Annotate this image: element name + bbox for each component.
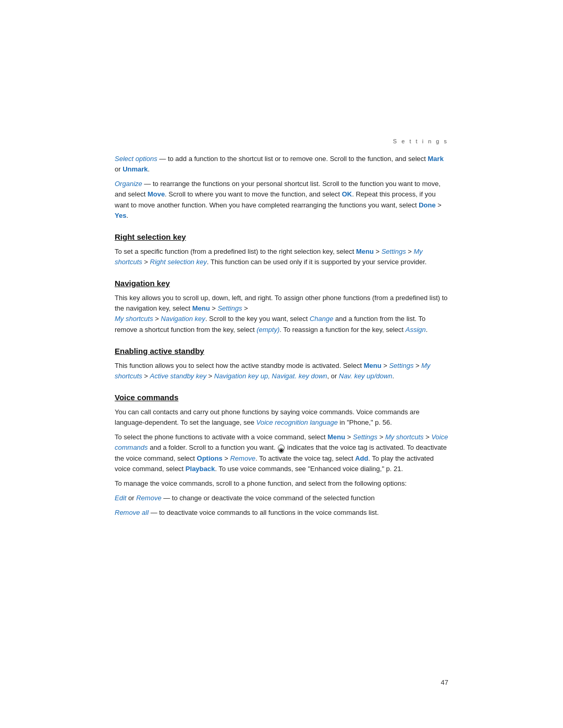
rsk-t2: > xyxy=(406,248,414,255)
eas-t6: . xyxy=(392,372,394,380)
voice-commands-option-1: Edit or Remove — to change or deactivate… xyxy=(115,493,448,503)
rsk-t4: . This function can be used only if it i… xyxy=(207,258,427,266)
vc-t3: > xyxy=(377,433,385,441)
intro-paragraph-1: Select options — to add a function to th… xyxy=(115,154,448,175)
right-selection-key-heading: Right selection key xyxy=(115,232,448,241)
navigation-key-heading: Navigation key xyxy=(115,279,448,288)
select-options-link[interactable]: Select options xyxy=(115,155,157,163)
intro-p1-text1: — to add a function to the shortcut list… xyxy=(157,155,428,163)
vc-opt2-text: — to deactivate voice commands to all fu… xyxy=(149,509,378,516)
vc-opt1-or: or xyxy=(126,494,136,502)
settings-label: S e t t i n g s xyxy=(393,138,448,144)
vc-remove-all-link[interactable]: Remove all xyxy=(115,509,149,516)
vc-edit-link[interactable]: Edit xyxy=(115,494,126,502)
vc-t1: in "Phone," p. 56. xyxy=(338,418,392,426)
mark-link[interactable]: Mark xyxy=(428,155,444,163)
vc-opt1-text: — to change or deactivate the voice comm… xyxy=(162,494,375,502)
vc-remove-link[interactable]: Remove xyxy=(230,454,255,462)
move-link[interactable]: Move xyxy=(148,190,165,198)
eas-text-start: This function allows you to select how t… xyxy=(115,362,364,369)
voice-commands-option-2: Remove all — to deactivate voice command… xyxy=(115,508,448,518)
nk-change-link[interactable]: Change xyxy=(310,315,334,323)
nk-assign-link[interactable]: Assign xyxy=(406,326,426,334)
intro-p2-text2: . Scroll to where you want to move the f… xyxy=(165,190,342,198)
vc-voice-recognition-link[interactable]: Voice recognition language xyxy=(256,418,338,426)
nk-menu-link[interactable]: Menu xyxy=(192,304,210,312)
content-area: S e t t i n g s Select options — to add … xyxy=(0,0,563,564)
nk-my-shortcuts-link[interactable]: My shortcuts xyxy=(115,315,153,323)
eas-nav-key-link[interactable]: Navigation key up, Navigat. key down xyxy=(214,372,327,380)
vc-playback-link[interactable]: Playback xyxy=(186,465,215,473)
nk-t7: . xyxy=(426,326,428,334)
vc-t4: > xyxy=(424,433,432,441)
rsk-right-selection-key-link[interactable]: Right selection key xyxy=(150,258,207,266)
intro-p1-text-or: or xyxy=(115,165,123,173)
eas-t2: > xyxy=(413,362,421,369)
page: S e t t i n g s Select options — to add … xyxy=(0,0,563,728)
eas-active-standby-link[interactable]: Active standby key xyxy=(150,372,206,380)
rsk-menu-link[interactable]: Menu xyxy=(356,248,374,255)
vc-t10: . To use voice commands, see "Enhanced v… xyxy=(215,465,403,473)
unmark-link[interactable]: Unmark xyxy=(123,165,148,173)
organize-link[interactable]: Organize xyxy=(115,180,142,188)
vc-t8: . To activate the voice tag, select xyxy=(255,454,355,462)
nk-t3: > xyxy=(153,315,161,323)
voice-commands-heading: Voice commands xyxy=(115,393,448,402)
nk-t4: . Scroll to the key you want, select xyxy=(205,315,310,323)
vc-t2: > xyxy=(345,433,351,441)
vc-add-link[interactable]: Add xyxy=(355,454,368,462)
nk-settings-link[interactable]: Settings xyxy=(217,304,242,312)
enabling-active-standby-heading: Enabling active standby xyxy=(115,347,448,355)
eas-t4: > xyxy=(206,372,214,380)
intro-p2-text4: > xyxy=(436,201,442,209)
nk-empty-link[interactable]: (empty) xyxy=(256,326,279,334)
done-link[interactable]: Done xyxy=(419,201,436,209)
vc-p2-start: To select the phone functions to activat… xyxy=(115,433,327,441)
vc-settings-link[interactable]: Settings xyxy=(353,433,377,441)
yes-link[interactable]: Yes xyxy=(115,212,126,219)
enabling-active-standby-paragraph: This function allows you to select how t… xyxy=(115,361,448,381)
vc-remove2-link[interactable]: Remove xyxy=(136,494,161,502)
settings-header: S e t t i n g s xyxy=(115,138,448,144)
voice-icon: ◉ xyxy=(278,445,285,451)
eas-t5: , or xyxy=(327,372,339,380)
navigation-key-paragraph: This key allows you to scroll up, down, … xyxy=(115,293,448,335)
vc-t7: > xyxy=(223,454,230,462)
vc-my-shortcuts-link[interactable]: My shortcuts xyxy=(385,433,424,441)
ok-link[interactable]: OK xyxy=(342,190,352,198)
rsk-t1: > xyxy=(374,248,382,255)
vc-menu-link[interactable]: Menu xyxy=(327,433,345,441)
nk-t6: . To reassign a function for the key, se… xyxy=(279,326,406,334)
rsk-text-start: To set a specific function (from a prede… xyxy=(115,248,356,255)
rsk-settings-link[interactable]: Settings xyxy=(382,248,406,255)
voice-commands-paragraph-2: To select the phone functions to activat… xyxy=(115,432,448,474)
intro-p1-text-end: . xyxy=(148,165,150,173)
nk-text-start: This key allows you to scroll up, down, … xyxy=(115,294,448,312)
eas-settings-link[interactable]: Settings xyxy=(389,362,413,369)
right-selection-key-paragraph: To set a specific function (from a prede… xyxy=(115,246,448,267)
intro-paragraph-2: Organize — to rearrange the functions on… xyxy=(115,179,448,221)
nk-t2: > xyxy=(242,304,248,312)
eas-t3: > xyxy=(142,372,150,380)
intro-p2-text5: . xyxy=(126,212,128,219)
page-number: 47 xyxy=(441,678,448,686)
nk-navigation-key-link[interactable]: Navigation key xyxy=(161,315,205,323)
vc-t5: and a folder. Scroll to a function you w… xyxy=(148,443,278,451)
eas-t1: > xyxy=(382,362,389,369)
rsk-t3: > xyxy=(142,258,150,266)
eas-nav-updown-link[interactable]: Nav. key up/down xyxy=(339,372,392,380)
voice-commands-paragraph-3: To manage the voice commands, scroll to … xyxy=(115,478,448,489)
eas-menu-link[interactable]: Menu xyxy=(364,362,382,369)
voice-commands-paragraph-1: You can call contacts and carry out phon… xyxy=(115,407,448,428)
nk-t1: > xyxy=(210,304,218,312)
vc-options-link[interactable]: Options xyxy=(197,454,223,462)
vc-p3: To manage the voice commands, scroll to … xyxy=(115,479,407,487)
